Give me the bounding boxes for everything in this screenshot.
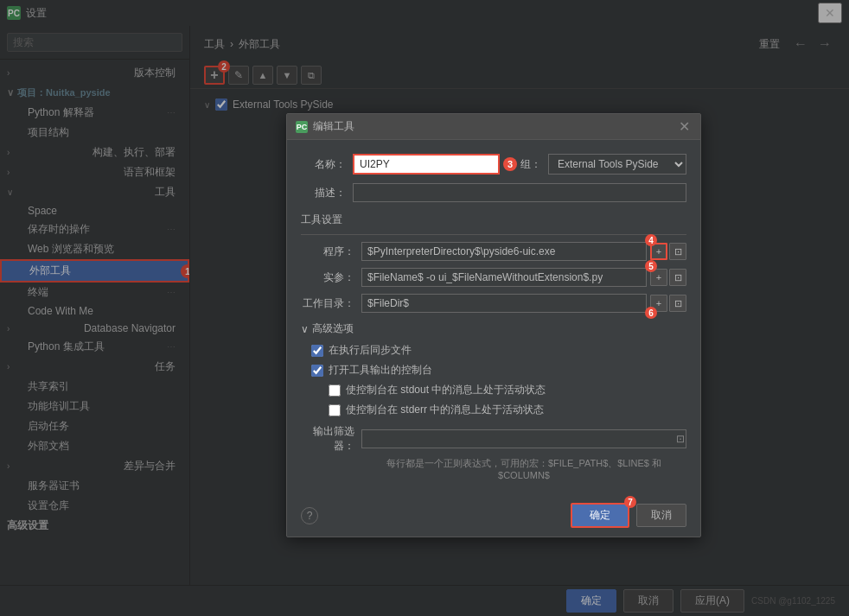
desc-label: 描述： bbox=[301, 186, 353, 200]
output-filter-row: 输出筛选器： ⊡ bbox=[301, 424, 686, 454]
desc-row: 描述： bbox=[301, 183, 686, 202]
args-input[interactable] bbox=[361, 268, 647, 287]
name-label: 名称： bbox=[301, 157, 353, 172]
output-filter-input[interactable] bbox=[361, 429, 686, 448]
workdir-label: 工作目录： bbox=[301, 296, 361, 311]
dialog-icon: PC bbox=[296, 121, 308, 133]
cb4-row: 使控制台在 stderr 中的消息上处于活动状态 bbox=[311, 403, 686, 417]
dialog-footer: ? 确定 7 取消 bbox=[287, 494, 700, 537]
dialog-close-button[interactable]: ✕ bbox=[677, 120, 692, 134]
cb3-label: 使控制台在 stdout 中的消息上处于活动状态 bbox=[346, 383, 546, 397]
group-label: 组： bbox=[520, 157, 545, 172]
step3-badge: 3 bbox=[503, 157, 517, 171]
workdir-row: 工作目录： + ⊡ 6 bbox=[301, 294, 686, 313]
advanced-section: ∨ 高级选项 在执行后同步文件 打开工具输出的控制台 bbox=[301, 321, 686, 417]
dialog-titlebar: PC 编辑工具 ✕ bbox=[287, 114, 700, 140]
cb3-checkbox[interactable] bbox=[329, 384, 341, 397]
step5-badge: 5 bbox=[645, 260, 657, 272]
advanced-label: 高级选项 bbox=[312, 321, 354, 336]
cb2-checkbox[interactable] bbox=[311, 365, 323, 377]
program-input[interactable] bbox=[361, 242, 647, 261]
args-browse-button[interactable]: ⊡ bbox=[669, 269, 686, 286]
output-input-wrap: ⊡ bbox=[361, 429, 686, 448]
step6-badge: 6 bbox=[645, 307, 657, 319]
program-browse-button[interactable]: ⊡ bbox=[669, 243, 686, 260]
dialog-body: 名称： 3 组： External Tools PySide 描述： bbox=[287, 140, 700, 494]
name-row: 名称： 3 组： External Tools PySide bbox=[301, 154, 686, 175]
cb1-label: 在执行后同步文件 bbox=[329, 343, 412, 358]
group-select[interactable]: External Tools PySide bbox=[548, 154, 686, 175]
cb1-row: 在执行后同步文件 bbox=[311, 343, 686, 358]
cb2-label: 打开工具输出的控制台 bbox=[329, 363, 432, 378]
cb1-checkbox[interactable] bbox=[311, 345, 323, 357]
cb4-label: 使控制台在 stderr 中的消息上处于活动状态 bbox=[346, 403, 544, 417]
desc-input[interactable] bbox=[353, 183, 686, 202]
step4-badge: 4 bbox=[645, 234, 657, 246]
hint-text: 每行都是一个正则表达式，可用的宏：$FILE_PATH$、$LINE$ 和 $C… bbox=[301, 457, 686, 480]
args-row: 实参： + ⊡ 5 bbox=[301, 268, 686, 287]
output-label: 输出筛选器： bbox=[301, 424, 361, 454]
collapse-icon: ∨ bbox=[301, 323, 309, 335]
dialog-overlay: PC 编辑工具 ✕ 名称： 3 组： Externa bbox=[0, 0, 849, 616]
workdir-input[interactable] bbox=[361, 294, 647, 313]
cb2-row: 打开工具输出的控制台 bbox=[311, 363, 686, 378]
edit-tool-dialog: PC 编辑工具 ✕ 名称： 3 组： Externa bbox=[286, 113, 701, 537]
advanced-header[interactable]: ∨ 高级选项 bbox=[301, 321, 686, 336]
program-label: 程序： bbox=[301, 244, 361, 259]
confirm-button[interactable]: 确定 7 bbox=[571, 503, 629, 528]
args-label: 实参： bbox=[301, 270, 361, 285]
cb4-checkbox[interactable] bbox=[329, 404, 341, 416]
help-button[interactable]: ? bbox=[301, 507, 318, 524]
output-expand-button[interactable]: ⊡ bbox=[676, 433, 685, 445]
advanced-content: 在执行后同步文件 打开工具输出的控制台 使控制台在 stdout 中的消息上处于… bbox=[301, 343, 686, 417]
tool-settings-header: 工具设置 bbox=[301, 213, 686, 227]
name-input[interactable] bbox=[353, 154, 500, 175]
step7-badge: 7 bbox=[624, 496, 636, 508]
program-row: 程序： + ⊡ 4 bbox=[301, 242, 686, 261]
cancel-dialog-button[interactable]: 取消 bbox=[636, 504, 686, 527]
dialog-title: 编辑工具 bbox=[313, 119, 354, 134]
workdir-browse-button[interactable]: ⊡ bbox=[669, 295, 686, 312]
cb3-row: 使控制台在 stdout 中的消息上处于活动状态 bbox=[311, 383, 686, 397]
